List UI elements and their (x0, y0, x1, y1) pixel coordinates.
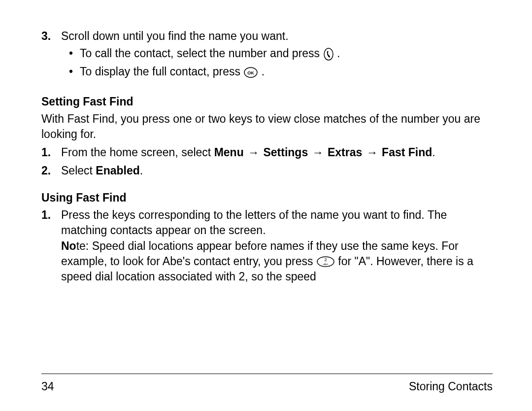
ok-key-icon: OK (243, 67, 258, 78)
arrow-icon: → (308, 146, 328, 159)
step-body: Select Enabled. (61, 163, 493, 178)
bullet-text: To call the contact, select the number a… (80, 46, 340, 61)
step-number: 3. (41, 29, 54, 82)
heading-using-fast-find: Using Fast Find (41, 190, 493, 206)
svg-point-0 (324, 48, 333, 60)
bullet-item: • To display the full contact, press OK … (69, 64, 493, 79)
step-3: 3. Scroll down until you find the name y… (41, 29, 493, 82)
arrow-icon: → (362, 146, 382, 159)
call-key-icon (323, 47, 334, 61)
section-title: Storing Contacts (409, 379, 493, 394)
using-step-1: 1. Press the keys corresponding to the l… (41, 207, 493, 284)
svg-text:abc: abc (323, 263, 328, 266)
arrow-icon: → (244, 146, 264, 159)
svg-text:OK: OK (248, 70, 255, 75)
bullet-before: To display the full contact, press (80, 65, 243, 78)
fast-find-label: Fast Find (382, 146, 432, 159)
step-lead: Select (61, 164, 96, 177)
bullet-text: To display the full contact, press OK . (80, 64, 265, 79)
settings-label: Settings (263, 146, 308, 159)
heading-setting-fast-find: Setting Fast Find (41, 94, 493, 109)
step-body: From the home screen, select Menu → Sett… (61, 145, 493, 160)
menu-label: Menu (214, 146, 244, 159)
step-trail: . (432, 146, 435, 159)
step-body: Scroll down until you find the name you … (61, 29, 493, 82)
bullet-before: To call the contact, select the number a… (80, 47, 323, 60)
footer-rule (41, 374, 493, 379)
key-2abc-icon: 2 abc (316, 256, 335, 268)
step-number: 1. (41, 145, 54, 160)
setting-step-2: 2. Select Enabled. (41, 163, 493, 178)
page-footer: 34 Storing Contacts (41, 374, 493, 394)
using-note: Note: Speed dial locations appear before… (61, 239, 493, 284)
bullet-dot: • (69, 46, 75, 61)
enabled-label: Enabled (96, 164, 139, 177)
svg-text:2: 2 (324, 257, 327, 262)
step-lead: From the home screen, select (61, 146, 214, 159)
setting-intro-paragraph: With Fast Find, you press one or two key… (41, 111, 493, 142)
bullet-after: . (262, 65, 265, 78)
page-number: 34 (41, 379, 54, 394)
document-page: 3. Scroll down until you find the name y… (0, 0, 532, 411)
step-number: 1. (41, 207, 54, 284)
bullet-after: . (337, 47, 340, 60)
bullet-list: • To call the contact, select the number… (61, 46, 493, 79)
footer-row: 34 Storing Contacts (41, 379, 493, 394)
step-number: 2. (41, 163, 54, 178)
bullet-item: • To call the contact, select the number… (69, 46, 493, 61)
extras-label: Extras (328, 146, 362, 159)
bullet-dot: • (69, 64, 75, 79)
step-text: Scroll down until you find the name you … (61, 30, 289, 42)
step-trail: . (140, 164, 143, 177)
using-line1: Press the keys corresponding to the lett… (61, 207, 493, 238)
note-bold-prefix: No (61, 240, 76, 252)
setting-step-1: 1. From the home screen, select Menu → S… (41, 145, 493, 160)
step-body: Press the keys corresponding to the lett… (61, 207, 493, 284)
